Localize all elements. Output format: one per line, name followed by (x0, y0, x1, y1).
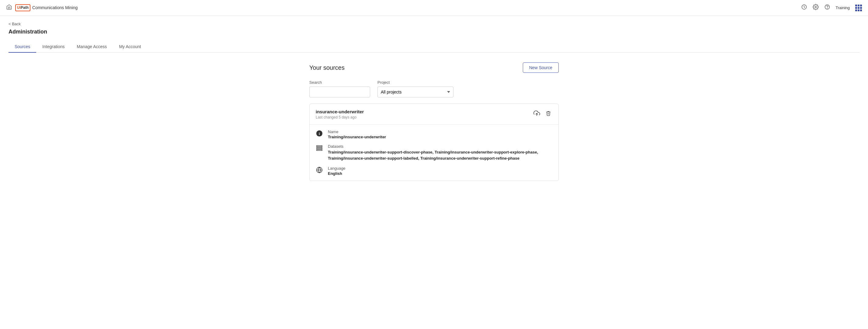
name-value: Training/insurance-underwriter (328, 135, 552, 139)
header: UiPath Communications Mining Training (0, 0, 868, 16)
name-content: Name Training/insurance-underwriter (328, 130, 552, 139)
svg-rect-9 (317, 149, 322, 151)
name-label: Name (328, 130, 552, 134)
tabs: Sources Integrations Manage Access My Ac… (8, 41, 860, 53)
source-actions (532, 109, 552, 119)
language-content: Language English (328, 166, 552, 176)
svg-point-1 (815, 6, 816, 8)
source-card: insurance-underwriter Last changed 5 day… (309, 104, 559, 181)
tab-integrations[interactable]: Integrations (36, 41, 70, 53)
source-info: insurance-underwriter Last changed 5 day… (316, 109, 364, 119)
tab-sources[interactable]: Sources (8, 41, 36, 53)
detail-row-name: i Name Training/insurance-underwriter (316, 130, 552, 139)
app-name: Communications Mining (32, 5, 78, 10)
search-input[interactable] (309, 86, 370, 98)
project-select[interactable]: All projects (377, 86, 454, 98)
project-label: Project (377, 80, 454, 85)
source-card-header[interactable]: insurance-underwriter Last changed 5 day… (310, 104, 558, 125)
project-filter-group: Project All projects (377, 80, 454, 98)
info-icon: i (316, 130, 323, 137)
page-title: Administration (8, 29, 860, 35)
new-source-button[interactable]: New Source (523, 62, 559, 73)
logo: UiPath Communications Mining (15, 4, 78, 11)
delete-icon[interactable] (545, 109, 552, 119)
language-label: Language (328, 166, 552, 171)
detail-row-language: Language English (316, 166, 552, 176)
svg-rect-7 (317, 146, 322, 147)
username[interactable]: Training (836, 5, 850, 10)
detail-row-datasets: Datasets Training/insurance-underwriter-… (316, 144, 552, 161)
main-area: Your sources New Source Search Project A… (309, 53, 559, 181)
datasets-content: Datasets Training/insurance-underwriter-… (328, 144, 552, 161)
search-filter-group: Search (309, 80, 370, 98)
tab-manage-access[interactable]: Manage Access (71, 41, 113, 53)
filters-row: Search Project All projects (309, 80, 559, 98)
globe-icon (316, 166, 323, 174)
sources-title: Your sources (309, 64, 345, 71)
page-content: < Back Administration Sources Integratio… (0, 16, 868, 186)
upload-icon[interactable] (532, 109, 541, 119)
header-right: Training (801, 4, 862, 11)
datasets-icon (316, 144, 323, 152)
datasets-label: Datasets (328, 144, 552, 149)
home-icon[interactable] (6, 4, 12, 11)
source-details: i Name Training/insurance-underwriter (310, 125, 558, 181)
language-value: English (328, 171, 552, 176)
settings-icon[interactable] (813, 4, 819, 11)
logo-ui: UiPath (15, 4, 30, 11)
header-left: UiPath Communications Mining (6, 4, 78, 11)
datasets-value: Training/insurance-underwriter-support-d… (328, 149, 552, 161)
apps-grid-icon[interactable] (855, 5, 862, 11)
help-icon[interactable] (824, 4, 830, 11)
clock-icon[interactable] (801, 4, 807, 11)
source-name: insurance-underwriter (316, 109, 364, 114)
svg-point-3 (827, 8, 827, 8)
source-last-changed: Last changed 5 days ago (316, 115, 364, 119)
svg-rect-8 (317, 147, 322, 149)
sources-header: Your sources New Source (309, 62, 559, 73)
search-label: Search (309, 80, 370, 85)
back-link[interactable]: < Back (8, 22, 21, 26)
tab-my-account[interactable]: My Account (113, 41, 147, 53)
